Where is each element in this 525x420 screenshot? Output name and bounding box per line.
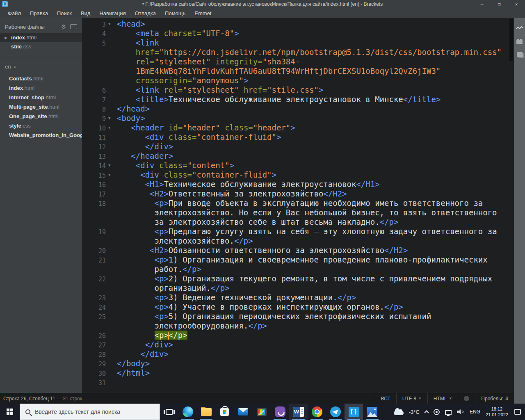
viber-taskbar-button[interactable] (271, 404, 289, 420)
word-taskbar-button[interactable] (289, 404, 308, 420)
code-line-14[interactable]: 14▼ <div class="content"> (82, 161, 514, 170)
code-line-21-wrap1[interactable]: работ.</p> (82, 265, 514, 274)
extension-manager-icon[interactable] (516, 40, 523, 44)
working-file-stile.css[interactable]: stile.css (0, 42, 82, 51)
brackets-taskbar-button[interactable]: [] (345, 404, 363, 420)
code-line-4[interactable]: 4 <meta charset="UTF-8"> (82, 29, 514, 38)
project-file-One_page_site.html[interactable]: One_page_site.html (0, 112, 82, 121)
extension-icon[interactable] (517, 52, 523, 57)
task-view-taskbar-button[interactable] (160, 404, 178, 420)
code-line-12[interactable]: 12 </div> (82, 142, 514, 151)
menu-item-навигация[interactable]: Навигация (95, 10, 130, 16)
code-line-22[interactable]: 22 <p>2) Организация текущего ремонта, в… (82, 274, 514, 283)
clock[interactable]: 18:12 21.01.2022 (486, 406, 508, 418)
network-icon[interactable] (445, 410, 452, 415)
mail-taskbar-button[interactable] (234, 404, 252, 420)
project-file-Contacts.html[interactable]: Contacts.html (0, 74, 82, 83)
meet-now-icon[interactable] (434, 409, 440, 415)
code-line-24[interactable]: 24 <p>4) Участие в проверках инспектирую… (82, 302, 514, 312)
project-dropdown[interactable]: en ▾ (0, 57, 82, 74)
menu-item-вид[interactable]: Вид (76, 10, 95, 16)
code-line-27[interactable]: 27 </div> (82, 340, 514, 349)
menu-item-поиск[interactable]: Поиск (52, 10, 76, 16)
code-line-28[interactable]: 28 </div> (82, 349, 514, 359)
fold-arrow-icon[interactable]: ▼ (108, 161, 110, 170)
code-line-16[interactable]: 16 <H1>Техническое обслуживание электроу… (82, 180, 514, 189)
code-line-5-wrap1[interactable]: href="https://cdn.jsdelivr.net/npm/boots… (82, 48, 514, 57)
hidden-icons-chevron[interactable] (424, 410, 429, 415)
code-line-22-wrap1[interactable]: организаций.</p> (82, 283, 514, 293)
live-preview-icon[interactable] (516, 25, 523, 32)
code-line-25-wrap1[interactable]: электрооборудования.</p> (82, 321, 514, 331)
code-editor[interactable]: 3▼<head>4 <meta charset="UTF-8">5 <link … (82, 18, 514, 393)
gear-icon[interactable]: ⚙ (61, 23, 66, 30)
minimize-button[interactable]: – (473, 0, 491, 8)
code-line-29[interactable]: 29</body> (82, 359, 514, 368)
close-button[interactable]: ✕ (508, 0, 525, 8)
language-indicator[interactable]: ENG (470, 409, 480, 415)
code-line-11[interactable]: 11 <div class="container-fluid"> (82, 132, 514, 142)
menu-item-файл[interactable]: Файл (3, 10, 25, 16)
store-taskbar-button[interactable] (215, 404, 234, 420)
code-line-5-wrap2[interactable]: rel="stylesheet" integrity="sha384- (82, 57, 514, 66)
split-view-icon[interactable]: ↔ (70, 24, 77, 29)
language-selector[interactable]: HTML ▼ (427, 393, 458, 404)
taskbar-search[interactable] (20, 404, 160, 420)
encoding-selector[interactable]: UTF-8 ▼ (396, 393, 427, 404)
code-line-19[interactable]: 19 <p>Предлагаю услугу взять на себя — э… (82, 227, 514, 236)
code-line-26[interactable]: 26 <p></p> (82, 331, 514, 340)
fold-arrow-icon[interactable]: ▼ (108, 114, 110, 123)
search-input[interactable] (35, 409, 150, 415)
indent-settings[interactable]: Пробелы: 4 (475, 393, 514, 404)
code-line-7[interactable]: 7 <title>Техническое обслуживание электр… (82, 95, 514, 104)
project-file-index.html[interactable]: index.html (0, 83, 82, 93)
code-line-20[interactable]: 20 <H2>Обязанности ответственного за эле… (82, 246, 514, 255)
fold-arrow-icon[interactable]: ▼ (108, 170, 110, 180)
edge-taskbar-button[interactable] (178, 404, 197, 420)
code-line-6[interactable]: 6 <link rel="stylesheet" href="stile.css… (82, 85, 514, 95)
photos-taskbar-button[interactable] (363, 404, 381, 420)
code-line-13[interactable]: 13 </header> (82, 151, 514, 161)
photo-tool-taskbar-button[interactable] (252, 404, 271, 420)
menu-item-отладка[interactable]: Отладка (130, 10, 160, 16)
maximize-button[interactable]: ❐ (491, 0, 508, 8)
code-line-21[interactable]: 21 <p>1) Оргаганизация и своевременное п… (82, 255, 514, 265)
code-line-30[interactable]: 30</html> (82, 368, 514, 378)
code-line-5[interactable]: 5 <link (82, 38, 514, 48)
working-file-index.html[interactable]: index.html (0, 33, 82, 42)
start-button[interactable] (0, 404, 20, 420)
weather-cloud-icon[interactable] (394, 411, 404, 415)
code-line-5-wrap4[interactable]: crossorigin="anonymous"> (82, 76, 514, 85)
code-line-18-wrap2[interactable]: за электрохозяйство себе в штат весьма н… (82, 217, 514, 227)
vertical-scrollbar[interactable] (509, 18, 514, 393)
weather-temperature[interactable]: -3°C (409, 409, 420, 415)
code-line-19-wrap1[interactable]: электрохозяйство.</p> (82, 236, 514, 246)
code-line-18[interactable]: 18 <p>При вводе объекта в эксплуатацию н… (82, 199, 514, 208)
action-center-icon[interactable] (514, 409, 521, 415)
project-file-Website_promotion_in_Google.html[interactable]: Website_promotion_in_Google.html (0, 130, 82, 140)
code-line-9[interactable]: 9▼<body> (82, 114, 514, 123)
code-line-17[interactable]: 17 <H2>Ответственный за электрохозяйство… (82, 189, 514, 199)
code-line-15[interactable]: 15▼ <div class="container-fluid"> (82, 170, 514, 180)
project-file-Internet_shop.html[interactable]: Internet_shop.html (0, 93, 82, 102)
fold-arrow-icon[interactable]: ▼ (108, 19, 110, 29)
telegram-taskbar-button[interactable] (326, 404, 345, 420)
insert-mode-indicator[interactable]: ВСТ (375, 393, 396, 404)
lint-status[interactable] (458, 393, 475, 404)
scrollbar-thumb[interactable] (509, 19, 513, 61)
code-line-10[interactable]: 10▼ <header id="header" class="header"> (82, 123, 514, 132)
project-file-Multi-page_site.html[interactable]: Multi-page_site.html (0, 102, 82, 112)
code-line-18-wrap1[interactable]: электрохозяйство. Но если у Вас небольшо… (82, 208, 514, 217)
code-line-23[interactable]: 23 <p>3) Ведение технической документаци… (82, 293, 514, 302)
menu-item-правка[interactable]: Правка (25, 10, 52, 16)
chrome-taskbar-button[interactable] (308, 404, 326, 420)
code-line-5-wrap3[interactable]: 1BmE4kWBq78iYhFldvKuhfTAU6auU8tT94WrHftj… (82, 66, 514, 76)
code-line-25[interactable]: 25 <p>5) Организация периодических элект… (82, 312, 514, 321)
fold-arrow-icon[interactable]: ▼ (108, 123, 110, 132)
menu-item-emmet[interactable]: Emmet (190, 10, 216, 16)
menu-item-помощь[interactable]: Помощь (160, 10, 190, 16)
code-line-31[interactable]: 31 (82, 378, 514, 387)
volume-icon[interactable] (457, 409, 464, 415)
explorer-taskbar-button[interactable] (197, 404, 215, 420)
code-line-3[interactable]: 3▼<head> (82, 19, 514, 29)
